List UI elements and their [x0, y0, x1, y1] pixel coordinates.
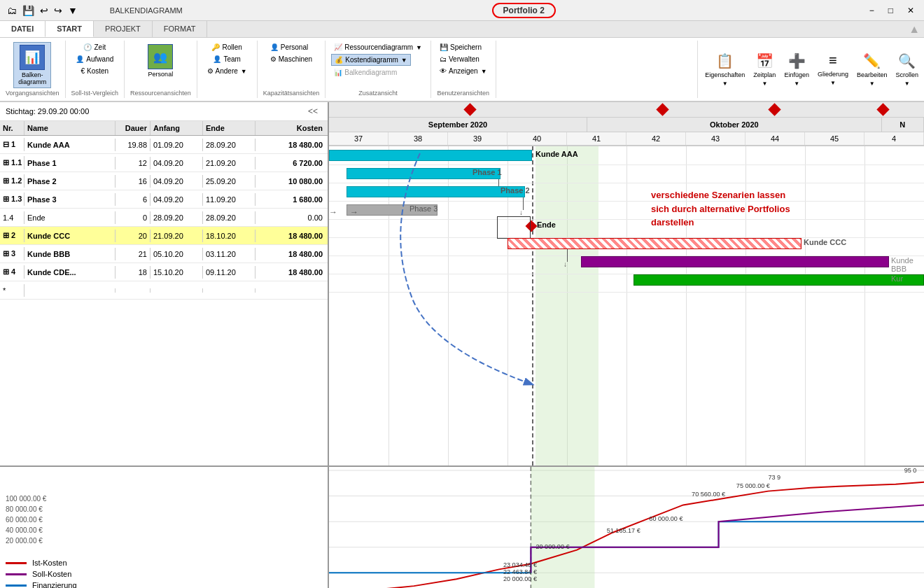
personal-ressourcen-button[interactable]: 👥 Personal: [143, 42, 178, 80]
gantt-container: Stichtag: 29.09.20 00:00 << Nr. Name Dau…: [0, 102, 924, 465]
balkendiagramm-button[interactable]: 📊 Balken-diagramm: [13, 42, 51, 88]
gliederung-icon: ≡: [829, 52, 837, 69]
svg-text:23 034.48 €: 23 034.48 €: [503, 562, 537, 569]
zeitplan-label: Zeitplan: [753, 71, 776, 78]
table-row[interactable]: ⊞ 4 Kunde CDE... 18 15.10.20 09.11.20 18…: [0, 263, 328, 281]
zeit-button[interactable]: 🕐 Zeit: [80, 42, 108, 52]
close-button[interactable]: ✕: [903, 6, 918, 15]
minimize-button[interactable]: −: [865, 6, 878, 15]
verwalten-button[interactable]: 🗂 Verwalten: [437, 54, 482, 64]
week-42: 42: [626, 132, 686, 145]
week-38: 38: [388, 132, 448, 145]
customize-icon[interactable]: ▼: [66, 4, 79, 18]
kosten-button[interactable]: € Kosten: [78, 66, 111, 76]
row-name: Kunde BBB: [24, 248, 115, 260]
undo-icon[interactable]: ↩: [38, 4, 50, 18]
diagram-title: BALKENDIAGRAMM: [110, 6, 183, 15]
row-nr: 1.4: [0, 211, 24, 224]
maschinen-button[interactable]: ⚙ Maschinen: [267, 54, 315, 64]
soll-kosten-color: [6, 573, 27, 575]
zusatz-items: 📈 Ressourcendiagramm ▼ 💰 Kostendiagramm …: [331, 42, 425, 88]
arrow-head-ccc-bbb: ↓: [564, 260, 567, 268]
table-row[interactable]: ⊞ 1.3 Phase 3 6 04.09.20 11.09.20 1 680.…: [0, 190, 328, 209]
personal-kap-button[interactable]: 👤 Personal: [267, 42, 311, 52]
cost-chart-svg: 23 034.48 € 22 463.84 € 20 000.00 € 20 0…: [329, 467, 924, 588]
ressourcendiagramm-button[interactable]: 📈 Ressourcendiagramm ▼: [331, 42, 425, 52]
tab-projekt[interactable]: PROJEKT: [94, 21, 153, 37]
eigenschaften-button[interactable]: 📋 Eigenschaften ▼: [702, 50, 748, 90]
gantt-body: Kunde AAA Phase 1 ↓ Phase 2 ↓: [329, 146, 924, 465]
bearbeiten-button[interactable]: ✏️ Bearbeiten ▼: [854, 50, 890, 90]
anzeigen-button[interactable]: 👁 Anzeigen ▼: [437, 66, 490, 76]
speichern-button[interactable]: 💾 Speichern: [437, 42, 484, 52]
bar-label-phase2: Phase 2: [500, 186, 530, 195]
ribbon-group-rollen: 🔑 Rollen 👤 Team ⚙ Andere ▼ x: [197, 41, 257, 98]
table-row[interactable]: ⊞ 1.1 Phase 1 12 04.09.20 21.09.20 6 720…: [0, 154, 328, 172]
row-ende: [203, 288, 255, 293]
row-dauer: 12: [115, 157, 150, 169]
row-kosten: 0.00: [255, 211, 326, 224]
tab-datei[interactable]: DATEI: [0, 21, 46, 37]
col-header-ende: Ende: [203, 121, 255, 135]
zeitplan-arrow: ▼: [762, 80, 767, 87]
scrollen-arrow: ▼: [904, 80, 910, 87]
svg-text:22 463.84 €: 22 463.84 €: [503, 568, 537, 575]
maschinen-icon: ⚙: [270, 55, 276, 63]
tab-start[interactable]: START: [46, 21, 94, 37]
gliederung-button[interactable]: ≡ Gliederung ▼: [815, 50, 851, 89]
euro-icon: €: [80, 67, 85, 75]
bar-label-phase3: Phase 3: [410, 204, 438, 213]
table-row[interactable]: ⊞ 1.2 Phase 2 16 04.09.20 25.09.20 10 08…: [0, 172, 328, 190]
grid-hline-3: [329, 201, 924, 202]
annotation-text: verschiedene Szenarien lassensich durch …: [651, 188, 790, 230]
zeitplan-button[interactable]: 📅 Zeitplan ▼: [750, 50, 778, 90]
aufwand-button[interactable]: 👤 Aufwand: [73, 54, 116, 64]
save-view-icon: 💾: [440, 43, 448, 51]
redo-icon[interactable]: ↪: [52, 4, 64, 18]
grid-hline-4: [329, 219, 924, 220]
svg-text:73 9: 73 9: [768, 474, 780, 481]
team-button[interactable]: 👤 Team: [210, 54, 243, 64]
title-bar: 🗂 💾 ↩ ↪ ▼ BALKENDIAGRAMM Portfolio 2 − □…: [0, 0, 924, 21]
table-row[interactable]: 1.4 Ende 0 28.09.20 28.09.20 0.00: [0, 209, 328, 227]
maximize-button[interactable]: □: [884, 6, 897, 15]
table-row[interactable]: *: [0, 281, 328, 300]
scrollen-button[interactable]: 🔍 Scrollen ▼: [892, 50, 921, 90]
andere-button[interactable]: ⚙ Andere ▼: [204, 66, 250, 76]
col-header-anfang: Anfang: [150, 121, 203, 135]
rollen-icon: 🔑: [211, 43, 220, 51]
table-row[interactable]: ⊞ 3 Kunde BBB 21 05.10.20 03.11.20 18 48…: [0, 245, 328, 263]
row-kosten: 1 680.00: [255, 193, 326, 206]
svg-text:20 000.00 €: 20 000.00 €: [536, 543, 569, 550]
ribbon-collapse-icon[interactable]: ▲: [909, 23, 920, 36]
ribbon-group-zeit: 🕐 Zeit 👤 Aufwand € Kosten Soll-Ist-Vergl…: [66, 41, 125, 98]
rollen-button[interactable]: 🔑 Rollen: [209, 42, 244, 52]
balkendiagramm-sub-button[interactable]: 📊 Balkendiagramm: [331, 67, 400, 78]
row-dauer: 18: [115, 266, 150, 279]
einfuegen-button[interactable]: ➕ Einfügen ▼: [781, 50, 812, 90]
gantt-bar-kunde-ccc: [507, 238, 802, 249]
personal-ressourcen-icon: 👥: [148, 44, 173, 69]
save-icon[interactable]: 💾: [21, 4, 36, 18]
personal-label: Personal: [148, 71, 174, 78]
week-37: 37: [329, 132, 388, 145]
row-kosten: 18 480.00: [255, 230, 326, 242]
ribbon-content: 📊 Balken-diagramm Vorgangsansichten 🕐 Ze…: [0, 38, 924, 102]
finanzierung-label: Finanzierung: [32, 581, 77, 588]
row-name: Kunde AAA: [24, 139, 115, 151]
legend-soll-kosten: Soll-Kosten: [6, 570, 322, 578]
legend: Ist-Kosten Soll-Kosten Finanzierung: [6, 559, 322, 588]
ribbon-group-balkendiagramm: 📊 Balken-diagramm Vorgangsansichten: [0, 41, 66, 98]
row-name: Kunde CCC: [24, 230, 115, 242]
kostendiagramm-button[interactable]: 💰 Kostendiagramm ▼: [331, 54, 411, 66]
tab-format[interactable]: FORMAT: [153, 21, 208, 37]
table-row[interactable]: ⊟ 1 Kunde AAA 19.88 01.09.20 28.09.20 18…: [0, 136, 328, 154]
kostendiagramm-icon: 💰: [335, 56, 343, 64]
nav-back-button[interactable]: <<: [304, 105, 322, 118]
kapazitaet-items: 👤 Personal ⚙ Maschinen: [267, 42, 315, 88]
table-row[interactable]: ⊞ 2 Kunde CCC 20 21.09.20 18.10.20 18 48…: [0, 227, 328, 245]
gantt-bars-container: Kunde AAA Phase 1 ↓ Phase 2 ↓: [329, 146, 924, 465]
window-controls: − □ ✕: [865, 6, 918, 15]
zeitplan-btn-wrap: 📅 Zeitplan ▼: [750, 50, 778, 90]
row-dauer: 21: [115, 248, 150, 260]
